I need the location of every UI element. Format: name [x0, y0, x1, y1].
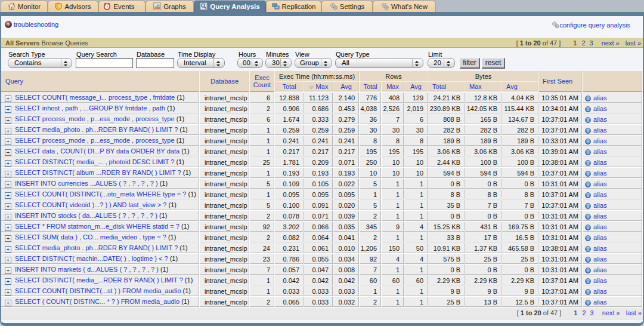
svg-text:?: ?	[7, 22, 10, 27]
